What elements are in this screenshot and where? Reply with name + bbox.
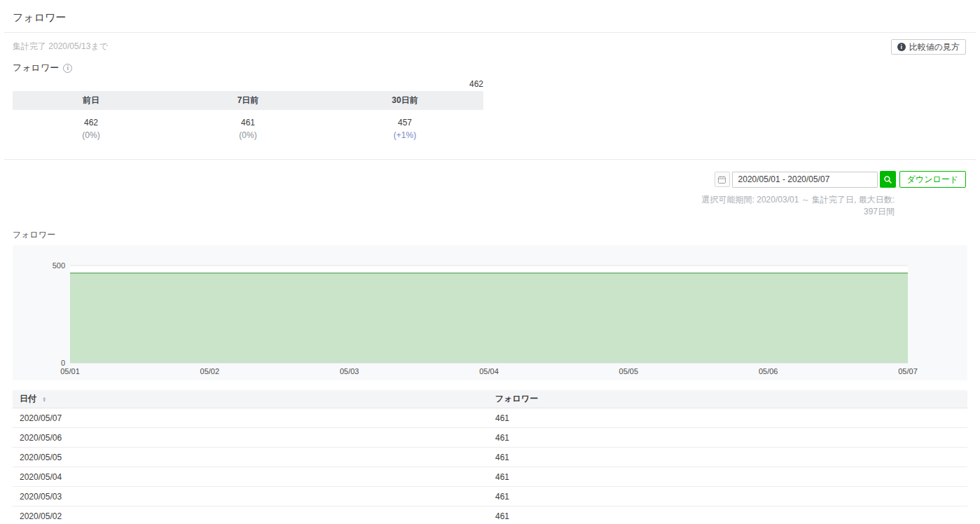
table-row: 2020/05/04 461 — [13, 467, 967, 487]
column-header-followers: フォロワー — [495, 394, 538, 404]
cell-followers: 461 — [495, 472, 967, 482]
summary-section-title: フォロワー — [13, 62, 59, 74]
table-row: 2020/05/07 461 — [13, 408, 967, 428]
cell-followers: 461 — [495, 511, 967, 521]
title-divider — [4, 32, 976, 33]
comparison-header: 前日 — [13, 95, 170, 106]
table-row: 2020/05/06 461 — [13, 428, 967, 448]
comparison-header: 7日前 — [170, 95, 326, 106]
comparison-value: 461 — [170, 118, 326, 127]
chart-title: フォロワー — [13, 229, 967, 241]
follower-chart-panel: 050005/0105/0205/0305/0405/0505/0605/07 — [13, 245, 967, 380]
info-outline-icon[interactable]: i — [63, 64, 72, 73]
comparison-cell: 461 (0%) — [170, 118, 326, 140]
cell-date: 2020/05/03 — [13, 492, 495, 502]
comparison-header-row: 前日 7日前 30日前 — [13, 91, 483, 110]
comparison-cell: 462 (0%) — [13, 118, 170, 140]
cell-followers: 461 — [495, 433, 967, 443]
cell-date: 2020/05/05 — [13, 453, 495, 462]
comparison-value: 462 — [13, 118, 170, 127]
cell-date: 2020/05/06 — [13, 433, 495, 443]
comparison-change: (0%) — [170, 130, 326, 140]
selectable-period-note: 選択可能期間: 2020/03/01 ～ 集計完了日, 最大日数: 397日間 — [0, 194, 895, 218]
page-title: フォロワー — [0, 0, 980, 32]
x-axis-label: 05/04 — [479, 367, 499, 375]
follower-area-chart: 050005/0105/0205/0305/0405/0505/0605/07 — [13, 245, 967, 380]
x-axis-label: 05/03 — [340, 367, 359, 375]
summary-section-heading: フォロワー i — [13, 62, 483, 74]
comparison-header: 30日前 — [326, 95, 483, 106]
comparison-help-button[interactable]: i 比較値の見方 — [891, 39, 966, 55]
section-divider — [4, 159, 976, 160]
calendar-icon — [717, 175, 726, 184]
comparison-values-row: 462 (0%) 461 (0%) 457 (+1%) — [13, 110, 483, 149]
calendar-button[interactable] — [715, 172, 730, 187]
comparison-change: (+1%) — [326, 130, 483, 140]
cell-followers: 461 — [495, 453, 967, 462]
x-axis-label: 05/05 — [619, 367, 639, 375]
search-button[interactable] — [880, 171, 896, 188]
follower-summary-section: フォロワー i 462 前日 7日前 30日前 462 (0%) 461 (0%… — [13, 62, 483, 149]
sort-icon[interactable]: ▲▼ — [42, 397, 46, 402]
table-row: 2020/05/03 461 — [13, 487, 967, 506]
table-header-row: 日付 ▲▼ フォロワー — [13, 390, 967, 408]
x-axis-label: 05/01 — [60, 367, 80, 375]
selectable-period-line2: 397日間 — [0, 206, 895, 218]
cell-followers: 461 — [495, 492, 967, 502]
cell-followers: 461 — [495, 413, 967, 423]
x-axis-label: 05/07 — [898, 367, 918, 375]
cell-date: 2020/05/07 — [13, 413, 495, 423]
cell-date: 2020/05/02 — [13, 511, 495, 521]
info-filled-icon: i — [897, 43, 906, 51]
selectable-period-line1: 選択可能期間: 2020/03/01 ～ 集計完了日, 最大日数: — [0, 194, 895, 206]
follower-total: 462 — [13, 79, 483, 89]
table-row: 2020/05/05 461 — [13, 448, 967, 467]
area-fill — [70, 273, 908, 363]
y-axis-label: 0 — [61, 359, 65, 367]
x-axis-label: 05/02 — [200, 367, 220, 375]
download-button[interactable]: ダウンロード — [899, 171, 966, 188]
comparison-value: 457 — [326, 118, 483, 127]
date-range-input[interactable] — [732, 172, 878, 188]
follower-data-table: 日付 ▲▼ フォロワー 2020/05/07 461 2020/05/06 46… — [13, 390, 967, 524]
aggregation-note: 集計完了 2020/05/13まで — [13, 41, 967, 53]
comparison-help-label: 比較値の見方 — [909, 41, 960, 53]
column-header-date[interactable]: 日付 — [20, 394, 36, 404]
comparison-cell: 457 (+1%) — [326, 118, 483, 140]
table-row: 2020/05/02 461 — [13, 506, 967, 524]
search-icon — [883, 175, 892, 184]
date-range-controls: ダウンロード — [14, 171, 966, 188]
cell-date: 2020/05/04 — [13, 472, 495, 482]
comparison-change: (0%) — [13, 130, 170, 140]
y-axis-label: 500 — [53, 261, 65, 270]
x-axis-label: 05/06 — [759, 367, 778, 375]
